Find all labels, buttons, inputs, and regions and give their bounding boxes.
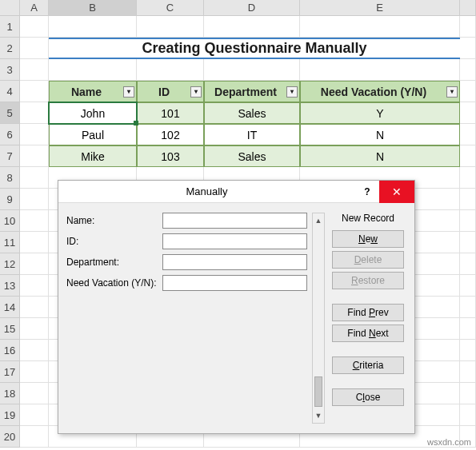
table-header-vac[interactable]: Need Vacation (Y/N)▾ bbox=[300, 81, 460, 102]
row-header-3[interactable]: 3 bbox=[0, 59, 20, 81]
cell[interactable] bbox=[460, 297, 476, 318]
filter-icon[interactable]: ▾ bbox=[190, 86, 202, 98]
row-header-18[interactable]: 18 bbox=[0, 383, 20, 404]
cell[interactable] bbox=[460, 383, 476, 404]
vac-field[interactable] bbox=[162, 275, 307, 291]
row-header-8[interactable]: 8 bbox=[0, 167, 20, 189]
cell[interactable] bbox=[20, 253, 49, 275]
cell[interactable] bbox=[20, 124, 49, 145]
table-header-id[interactable]: ID▾ bbox=[137, 81, 204, 102]
cell[interactable] bbox=[20, 383, 49, 404]
table-cell[interactable]: Paul bbox=[49, 124, 137, 145]
table-cell[interactable]: 102 bbox=[137, 124, 204, 145]
cell[interactable] bbox=[20, 145, 49, 167]
cell[interactable] bbox=[460, 167, 476, 189]
cell[interactable] bbox=[20, 189, 49, 210]
scroll-track[interactable] bbox=[313, 226, 324, 410]
table-header-name[interactable]: Name▾ bbox=[49, 81, 137, 102]
cell[interactable] bbox=[20, 102, 49, 124]
row-header-4[interactable]: 4 bbox=[0, 81, 20, 102]
cell[interactable] bbox=[460, 124, 476, 145]
criteria-button[interactable]: Criteria bbox=[332, 356, 404, 374]
row-header-6[interactable]: 6 bbox=[0, 124, 20, 145]
cell[interactable] bbox=[460, 318, 476, 340]
scroll-up-icon[interactable]: ▲ bbox=[314, 215, 323, 226]
help-button[interactable]: ? bbox=[355, 181, 379, 203]
close-icon[interactable]: ✕ bbox=[379, 181, 414, 203]
row-header-16[interactable]: 16 bbox=[0, 340, 20, 361]
row-header-1[interactable]: 1 bbox=[0, 16, 20, 38]
find-prev-button[interactable]: Find Prev bbox=[332, 304, 404, 321]
cell[interactable] bbox=[20, 38, 49, 59]
table-cell[interactable]: Y bbox=[300, 102, 460, 124]
cell[interactable] bbox=[460, 275, 476, 297]
cell[interactable] bbox=[204, 59, 300, 81]
name-field[interactable] bbox=[162, 213, 307, 229]
cell[interactable] bbox=[20, 275, 49, 297]
table-cell[interactable]: 103 bbox=[137, 145, 204, 167]
row-header-14[interactable]: 14 bbox=[0, 297, 20, 318]
cell[interactable] bbox=[460, 59, 476, 81]
cell[interactable] bbox=[460, 16, 476, 38]
col-header-C[interactable]: C bbox=[137, 0, 204, 16]
row-header-2[interactable]: 2 bbox=[0, 38, 20, 59]
cell[interactable] bbox=[20, 340, 49, 361]
select-all-corner[interactable] bbox=[0, 0, 20, 16]
cell[interactable] bbox=[20, 167, 49, 189]
cell[interactable] bbox=[204, 16, 300, 38]
cell[interactable] bbox=[460, 404, 476, 426]
cell[interactable] bbox=[20, 318, 49, 340]
cell[interactable] bbox=[49, 16, 137, 38]
cell[interactable] bbox=[20, 81, 49, 102]
cell[interactable] bbox=[20, 426, 49, 448]
col-header-A[interactable]: A bbox=[20, 0, 49, 16]
table-cell[interactable]: Sales bbox=[204, 145, 300, 167]
table-cell[interactable]: Sales bbox=[204, 102, 300, 124]
scroll-thumb[interactable] bbox=[314, 376, 322, 407]
cell[interactable] bbox=[460, 38, 476, 59]
cell[interactable] bbox=[49, 59, 137, 81]
cell[interactable] bbox=[20, 404, 49, 426]
cell[interactable] bbox=[460, 253, 476, 275]
record-scrollbar[interactable]: ▲ ▼ bbox=[312, 213, 325, 424]
table-cell[interactable]: IT bbox=[204, 124, 300, 145]
row-header-11[interactable]: 11 bbox=[0, 232, 20, 253]
row-header-15[interactable]: 15 bbox=[0, 318, 20, 340]
row-header-17[interactable]: 17 bbox=[0, 361, 20, 383]
col-header-D[interactable]: D bbox=[204, 0, 300, 16]
table-cell[interactable]: Mike bbox=[49, 145, 137, 167]
table-header-dept[interactable]: Department▾ bbox=[204, 81, 300, 102]
cell[interactable] bbox=[137, 16, 204, 38]
row-header-10[interactable]: 10 bbox=[0, 210, 20, 232]
row-header-19[interactable]: 19 bbox=[0, 404, 20, 426]
row-header-20[interactable]: 20 bbox=[0, 426, 20, 448]
row-header-9[interactable]: 9 bbox=[0, 189, 20, 210]
cell[interactable] bbox=[460, 102, 476, 124]
cell[interactable] bbox=[20, 210, 49, 232]
filter-icon[interactable]: ▾ bbox=[286, 86, 298, 98]
cell[interactable] bbox=[20, 297, 49, 318]
row-header-13[interactable]: 13 bbox=[0, 275, 20, 297]
cell[interactable] bbox=[300, 16, 460, 38]
cell[interactable] bbox=[460, 232, 476, 253]
cell[interactable] bbox=[460, 361, 476, 383]
table-cell[interactable]: 101 bbox=[137, 102, 204, 124]
col-header-E[interactable]: E bbox=[300, 0, 460, 16]
cell[interactable] bbox=[137, 59, 204, 81]
col-header-spill[interactable] bbox=[460, 0, 476, 16]
table-cell[interactable]: N bbox=[300, 124, 460, 145]
cell[interactable] bbox=[460, 81, 476, 102]
cell[interactable] bbox=[20, 59, 49, 81]
close-button[interactable]: Close bbox=[332, 388, 404, 406]
new-button[interactable]: New bbox=[332, 230, 404, 248]
col-header-B[interactable]: B bbox=[49, 0, 137, 16]
table-cell[interactable]: N bbox=[300, 145, 460, 167]
filter-icon[interactable]: ▾ bbox=[123, 86, 134, 98]
cell[interactable] bbox=[460, 145, 476, 167]
delete-button[interactable]: Delete bbox=[332, 251, 404, 269]
cell[interactable] bbox=[20, 16, 49, 38]
active-cell[interactable]: John bbox=[49, 102, 137, 124]
dialog-titlebar[interactable]: Manually ? ✕ bbox=[58, 181, 414, 203]
restore-button[interactable]: Restore bbox=[332, 272, 404, 289]
dept-field[interactable] bbox=[162, 254, 307, 270]
